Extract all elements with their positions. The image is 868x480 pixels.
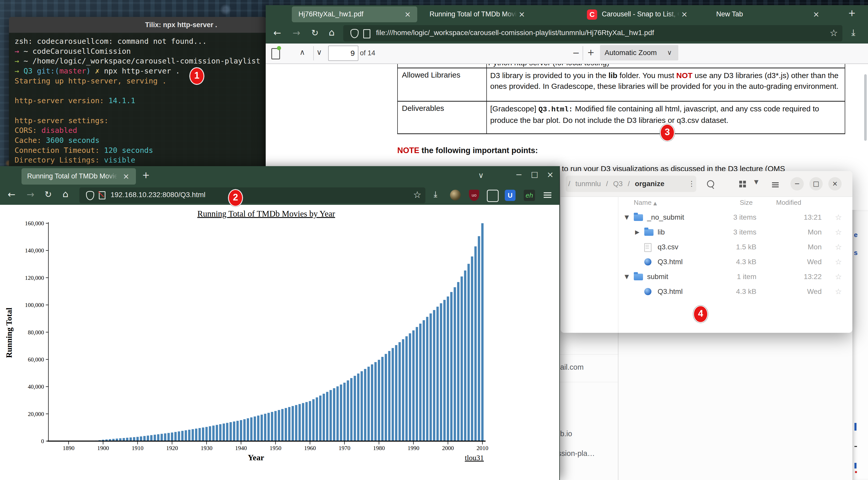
minimize-button[interactable]: − [516,170,522,179]
eh-extension-icon[interactable]: eh [524,190,535,201]
bar [160,434,163,441]
terminal-body[interactable]: zsh: codecarosuellcom: command not found… [14,36,265,181]
home-icon[interactable]: ⌂ [329,27,335,38]
extension-icon[interactable] [487,190,499,202]
bar [381,357,383,441]
menu-icon[interactable] [544,191,551,196]
reload-icon[interactable]: ↻ [44,189,52,200]
breadcrumb-item[interactable]: tunmnlu [576,180,601,188]
tracking-shield-icon[interactable] [350,29,359,38]
file-row[interactable]: Q3.html4.3 kBWed☆ [561,284,852,299]
ublock-extension-icon[interactable]: uo [469,190,479,201]
favorite-star-icon[interactable]: ☆ [835,254,842,269]
favorite-star-icon[interactable]: ☆ [835,240,842,254]
column-header-modified[interactable]: Modified [776,199,801,207]
page-number-input[interactable] [328,46,359,61]
minimize-button[interactable]: − [790,177,804,190]
reload-icon[interactable]: ↻ [311,28,319,38]
credit-link[interactable]: tlou31 [465,454,484,462]
terminal-line: Starting up http-server, serving . [14,76,265,86]
tab-close-icon[interactable]: × [813,10,819,19]
tab-close-icon[interactable]: × [681,10,687,19]
bookmark-star-icon[interactable]: ☆ [830,28,838,38]
prev-page-icon[interactable]: ∧ [300,48,305,57]
new-tab-button[interactable]: + [848,8,856,18]
pdf-url-bar[interactable]: file:///home/logic/_workspace/carousell-… [343,25,842,41]
collapse-icon[interactable]: ▼ [625,210,629,225]
favorite-star-icon[interactable]: ☆ [835,210,842,225]
breadcrumb-item-current[interactable]: organize [635,180,664,188]
bar [464,271,466,441]
file-row[interactable]: q3.csv1.5 kBMon☆ [561,240,852,254]
back-icon[interactable]: ← [273,28,281,38]
file-row[interactable]: ▼submit1 item13:22☆ [561,269,852,284]
file-name[interactable]: _no_submit [647,210,684,225]
close-button[interactable]: × [828,177,842,190]
list-view-icon[interactable] [772,181,779,186]
new-tab-button[interactable]: + [142,170,150,180]
sliver-text: s [854,249,858,257]
tab-close-icon[interactable]: × [519,10,525,19]
file-manager-headerbar[interactable]: /tunmnlu/Q3/organize ⋮ ▼ − □ × [561,171,852,197]
tab-close-icon[interactable]: × [404,10,411,19]
view-dropdown-icon[interactable]: ▼ [754,179,758,185]
bar [392,348,394,441]
terminal-window[interactable]: Tilix: npx http-server . zsh: codecarosu… [9,17,266,181]
tab-chart[interactable]: Running Total of TMDb Movie × [22,168,136,185]
grid-view-icon[interactable] [739,181,746,188]
file-row[interactable]: ▼_no_submit3 items13:21☆ [561,210,852,225]
tab-close-icon[interactable]: × [123,172,129,181]
expand-icon[interactable]: ▶ [635,225,640,240]
breadcrumb-separator: / [628,180,630,188]
tab-carousell[interactable]: C Carousell - Snap to List, C × [587,6,697,22]
file-row[interactable]: Q3.html4.3 kBWed☆ [561,254,852,269]
zoom-in-icon[interactable]: + [587,47,595,57]
tab-chart-bg[interactable]: Running Total of TMDb Movie × [430,6,532,22]
file-row[interactable]: ▶lib3 itemsMon☆ [561,225,852,240]
bitwarden-extension-icon[interactable]: U [505,190,516,201]
back-icon[interactable]: ← [8,189,16,200]
next-page-icon[interactable]: ∨ [316,48,322,57]
favorite-star-icon[interactable]: ☆ [835,284,842,299]
breadcrumb-item[interactable]: Q3 [613,180,622,188]
tab-newtab[interactable]: New Tab × [716,6,826,22]
x-tick [275,442,276,444]
scrollbar[interactable] [864,74,867,141]
download-icon[interactable]: ⤓ [434,189,437,199]
breadcrumb[interactable]: /tunmnlu/Q3/organize ⋮ [566,176,696,192]
account-extension-icon[interactable] [450,190,461,201]
file-name[interactable]: Q3.html [658,284,683,299]
search-icon[interactable] [707,180,714,188]
insecure-lock-icon[interactable] [99,191,105,200]
x-tick [344,442,345,444]
zoom-select[interactable]: Automatic Zoom ∨ [600,45,678,60]
zoom-out-icon[interactable]: − [572,48,580,58]
maximize-button[interactable]: □ [809,177,823,190]
bar [129,438,132,441]
bar [385,354,387,441]
table-row-label: Deliverables [402,104,444,113]
download-icon[interactable]: ⤓ [851,27,855,38]
favorite-star-icon[interactable]: ☆ [835,225,842,240]
column-header-name[interactable]: Name ▲ [634,199,657,207]
file-name[interactable]: q3.csv [658,240,678,254]
close-button[interactable]: × [547,170,554,179]
pdf-toolbar: ∧ ∨ of 14 − + Automatic Zoom ∨ [266,43,868,64]
file-name[interactable]: Q3.html [658,254,683,269]
kebab-menu-icon[interactable]: ⋮ [688,176,695,192]
file-name[interactable]: submit [647,269,668,284]
tab-overflow-chevron-icon[interactable]: ∨ [478,171,484,180]
column-header-size[interactable]: Size [740,199,753,207]
favorite-star-icon[interactable]: ☆ [835,269,842,284]
terminal-titlebar[interactable]: Tilix: npx http-server . [9,17,266,33]
chart-url-bar[interactable]: 192.168.10.232:8080/Q3.html ☆ [79,187,426,203]
collapse-icon[interactable]: ▼ [625,269,629,284]
home-icon[interactable]: ⌂ [62,189,68,199]
maximize-button[interactable]: □ [531,170,538,179]
tracking-shield-icon[interactable] [86,191,94,200]
tab-pdf[interactable]: Hj76RtyXaL_hw1.pdf × [292,6,417,22]
file-name[interactable]: lib [658,225,665,240]
bookmark-star-icon[interactable]: ☆ [413,189,421,200]
bar [288,407,290,441]
terminal-line: Directory Listings: visible [14,155,265,165]
